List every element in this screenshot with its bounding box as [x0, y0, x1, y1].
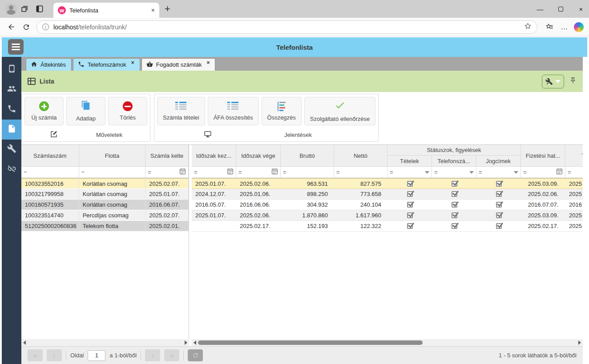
- browser-tab[interactable]: w Telefonlista ×: [53, 3, 159, 18]
- column-header-szamlaszam[interactable]: Számlaszám: [21, 145, 79, 167]
- hamburger-menu-button[interactable]: [8, 39, 24, 55]
- sidebar-item-users[interactable]: [2, 80, 21, 100]
- copilot-icon[interactable]: [574, 22, 584, 32]
- pin-icon[interactable]: [569, 77, 577, 86]
- calendar-icon[interactable]: [227, 168, 234, 176]
- scroll-right-icon[interactable]: [185, 340, 187, 345]
- chevron-down-icon[interactable]: [514, 171, 518, 174]
- new-tab-button[interactable]: +: [165, 3, 170, 15]
- profile-avatar-icon[interactable]: [5, 3, 17, 15]
- column-header-netto[interactable]: Nettó: [334, 145, 387, 167]
- filter-op-icon[interactable]: =: [390, 169, 393, 176]
- column-header-jogcimek[interactable]: Jogcímek: [476, 156, 520, 166]
- filter-op-icon[interactable]: =: [238, 169, 242, 176]
- filter-op-icon[interactable]: =: [194, 169, 198, 176]
- chevron-down-icon[interactable]: [469, 171, 474, 174]
- main-hscrollbar[interactable]: [192, 339, 583, 346]
- frozen-hscrollbar[interactable]: [21, 339, 189, 346]
- vat-summary-button[interactable]: ÁFA összesítés: [208, 97, 259, 125]
- tab-close-icon[interactable]: ×: [206, 60, 210, 66]
- tab-telefonszamok[interactable]: Telefonszámok ×: [73, 58, 140, 71]
- sidebar-item-mobile[interactable]: [2, 60, 21, 80]
- scroll-left-icon[interactable]: [194, 340, 196, 345]
- filter-0[interactable]: =: [192, 167, 236, 178]
- filter-op-icon[interactable]: ~: [81, 169, 85, 176]
- tab-fogadott-szamlak[interactable]: Fogadott számlák ×: [141, 58, 216, 71]
- page-input[interactable]: [88, 350, 105, 361]
- calendar-icon[interactable]: [556, 168, 563, 176]
- tab-close-icon[interactable]: ×: [131, 60, 134, 66]
- invoice-items-button[interactable]: Számla tételei: [157, 97, 205, 125]
- filter-op-icon[interactable]: =: [568, 169, 571, 176]
- column-header-szamla-kelte[interactable]: Számla kelte: [145, 145, 189, 167]
- maximize-button[interactable]: [558, 7, 563, 12]
- column-header-idoszak-vege[interactable]: Időszak vége: [236, 145, 281, 167]
- filter-flotta[interactable]: ~: [79, 167, 146, 178]
- filter-op-icon[interactable]: =: [434, 169, 438, 176]
- chevron-down-icon[interactable]: [425, 171, 429, 174]
- filter-input[interactable]: [395, 168, 423, 176]
- filter-op-icon[interactable]: =: [148, 169, 151, 176]
- tab-actions-icon[interactable]: [32, 2, 47, 16]
- column-header-tetelek[interactable]: Tételek: [387, 156, 432, 166]
- refresh-icon[interactable]: [19, 20, 34, 34]
- filter-6[interactable]: =: [476, 167, 521, 178]
- minimize-button[interactable]: —: [536, 5, 545, 13]
- scroll-right-icon[interactable]: [578, 340, 581, 345]
- filter-op-icon[interactable]: =: [336, 169, 340, 176]
- first-page-button[interactable]: «: [28, 349, 43, 361]
- new-invoice-button[interactable]: Új számla: [24, 97, 64, 125]
- filter-input[interactable]: [573, 168, 583, 176]
- last-page-button[interactable]: »: [164, 349, 179, 361]
- column-header-telefonszamok[interactable]: Telefonszá...: [432, 156, 476, 166]
- table-row[interactable]: 2025.01.07.2025.02.06.1.870.8601.617.960…: [192, 210, 583, 221]
- filter-2[interactable]: =: [281, 167, 334, 178]
- table-row[interactable]: 100323552016Korlátlan csomag2025.02.07.: [21, 178, 189, 189]
- filter-7[interactable]: =: [521, 167, 565, 178]
- table-row[interactable]: 2025.02.17.152.193122.3222025.02.17.2025: [192, 221, 583, 232]
- table-row[interactable]: 2025.01.07.2025.02.06.963.531827.5752025…: [192, 178, 583, 189]
- hscrollbar-thumb[interactable]: [198, 340, 423, 345]
- filter-input[interactable]: [440, 168, 468, 176]
- edit-icon[interactable]: [50, 130, 58, 140]
- column-header-idoszak-kezdete[interactable]: Időszak kez...: [192, 145, 236, 167]
- sidebar-item-unlink[interactable]: [2, 160, 21, 180]
- table-row[interactable]: 100323514740Percdíjas csomag2025.02.07.: [21, 210, 189, 221]
- site-info-icon[interactable]: i: [42, 24, 49, 30]
- filter-op-icon[interactable]: =: [523, 169, 527, 176]
- filter-op-icon[interactable]: =: [283, 169, 286, 176]
- tab-close-icon[interactable]: ×: [151, 7, 155, 14]
- refresh-button[interactable]: [188, 349, 203, 361]
- filter-input[interactable]: [86, 168, 143, 176]
- workspaces-icon[interactable]: [17, 2, 32, 16]
- summary-button[interactable]: Összegzés: [262, 97, 302, 125]
- filter-input[interactable]: [342, 168, 385, 176]
- delete-button[interactable]: Törlés: [108, 97, 147, 125]
- filter-input[interactable]: [199, 168, 225, 176]
- next-page-button[interactable]: ›: [145, 349, 160, 361]
- favorite-star-icon[interactable]: [524, 22, 532, 32]
- url-bar[interactable]: i localhost/telefonlista/trunk/: [36, 20, 537, 34]
- sidebar-item-settings[interactable]: [2, 140, 21, 160]
- filter-1[interactable]: =: [236, 167, 281, 178]
- monitor-icon[interactable]: [204, 130, 212, 140]
- filter-input[interactable]: [288, 168, 331, 176]
- calendar-icon[interactable]: [179, 168, 186, 176]
- datasheet-button[interactable]: Adatlap: [66, 97, 105, 125]
- back-icon[interactable]: [4, 20, 19, 34]
- filter-op-icon[interactable]: =: [479, 169, 482, 176]
- filter-input[interactable]: [244, 168, 270, 176]
- filter-op-icon[interactable]: ~: [24, 169, 27, 176]
- provider-check-button[interactable]: Szolgáltató ellenőrzése: [304, 97, 375, 125]
- tools-dropdown-button[interactable]: [542, 75, 564, 88]
- prev-page-button[interactable]: ‹: [47, 349, 62, 361]
- calendar-icon[interactable]: [271, 168, 278, 176]
- table-row[interactable]: 100321799958Korlátlan csomag2025.01.07.: [21, 189, 189, 200]
- column-header-flotta[interactable]: Flotta: [79, 145, 146, 167]
- table-row[interactable]: 100160571935Korlátlan csomag2016.06.07.: [21, 200, 189, 210]
- table-row[interactable]: 5120250002060836Telekom flotta2025.02.01…: [21, 221, 189, 232]
- column-header-teljesites[interactable]: Telje: [565, 145, 583, 167]
- filter-5[interactable]: =: [432, 167, 476, 178]
- filter-input[interactable]: [29, 168, 77, 176]
- filter-4[interactable]: =: [387, 167, 432, 178]
